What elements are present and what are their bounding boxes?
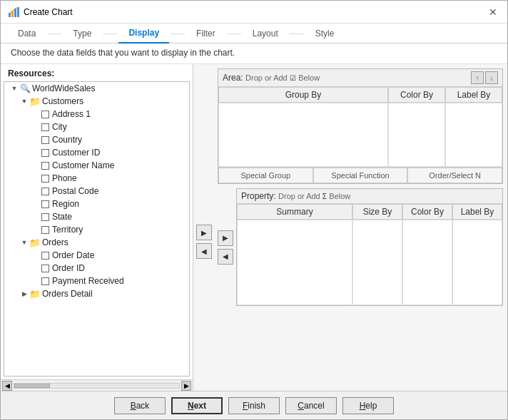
area-nav-up[interactable]: ↑ [471,71,484,84]
tree-node-territory[interactable]: Territory [7,223,186,236]
tree-node-region[interactable]: Region [7,198,186,210]
tree-node-country[interactable]: Country [7,133,186,146]
sub-tab-special-function[interactable]: Special Function [313,168,408,183]
right-section: ▶ ◀ Area: Drop or Add ☑ Below [193,64,507,391]
field-checkbox-city[interactable] [41,123,49,131]
close-button[interactable]: ✕ [486,5,500,19]
property-labelby-cell[interactable] [452,220,502,305]
prop-col-summary: Summary [237,204,352,220]
tab-filter[interactable]: Filter [186,24,225,43]
spacer [31,264,40,272]
tree-node-phone[interactable]: Phone [7,172,186,185]
horizontal-scrollbar[interactable]: ◀ ▶ [1,379,193,391]
tree-label-paymentreceived: Payment Received [52,276,124,286]
property-section: Property: Drop or Add Σ Below Summary Si… [236,188,503,306]
spacer [31,174,40,183]
spacer [31,277,40,285]
field-checkbox-paymentreceived[interactable] [41,277,49,285]
tree-node-customername[interactable]: Customer Name [7,159,186,172]
area-nav-down[interactable]: ↓ [485,71,498,84]
tree-node-customers[interactable]: ▼ 📁 Customers [7,95,186,108]
svg-rect-2 [14,9,16,17]
property-sizeby-cell[interactable] [352,220,402,305]
tab-data[interactable]: Data [8,24,46,43]
field-checkbox-address1[interactable] [41,111,49,118]
tree-node-orders[interactable]: ▼ 📁 Orders [7,236,186,249]
tree-node-postalcode[interactable]: Postal Code [7,185,186,198]
tree-label-region: Region [52,199,79,209]
property-colorby-cell[interactable] [402,220,452,305]
field-checkbox-region[interactable] [41,200,49,208]
tab-style[interactable]: Style [305,24,345,43]
tree-label-country: Country [52,135,82,145]
tree-node-orderdate[interactable]: Order Date [7,249,186,262]
tab-display[interactable]: Display [118,24,169,43]
tree-node-paymentreceived[interactable]: Payment Received [7,275,186,287]
tree-label-orderdate: Order Date [52,250,94,260]
area-section: Area: Drop or Add ☑ Below ↑ ↓ Group By [218,68,503,184]
finish-button[interactable]: Finish [228,397,280,414]
tab-layout[interactable]: Layout [243,24,288,43]
svg-rect-0 [9,13,11,17]
next-button[interactable]: Next [171,397,223,414]
main-content: Resources: ▼ 🔍 WorldWideSales ▼ 📁 Custom… [1,64,507,391]
area-grid-body [218,103,502,167]
area-colorby-cell[interactable] [388,103,445,167]
svg-rect-3 [17,7,19,17]
tab-type[interactable]: Type [63,24,101,43]
tree-root[interactable]: ▼ 🔍 WorldWideSales [7,82,186,95]
search-icon: 🔍 [20,83,30,93]
remove-property-button[interactable]: ◀ [218,249,233,265]
sub-tab-order-select[interactable]: Order/Select N [407,168,502,183]
spacer [31,200,40,208]
tree-container[interactable]: ▼ 🔍 WorldWideSales ▼ 📁 Customers Address… [4,81,190,377]
spacer [31,187,40,195]
field-checkbox-state[interactable] [41,213,49,221]
folder-icon: 📁 [30,289,40,299]
area-groupby-cell[interactable] [218,103,388,167]
tree-node-customerid[interactable]: Customer ID [7,146,186,159]
field-checkbox-orderdate[interactable] [41,252,49,260]
spacer [31,225,40,234]
field-checkbox-customername[interactable] [41,162,49,170]
cancel-button[interactable]: Cancel [285,397,337,414]
area-col-groupby: Group By [218,87,388,103]
tree-label-customername: Customer Name [52,160,114,170]
create-chart-dialog: Create Chart ✕ Data —— Type —— Display —… [0,0,508,420]
property-summary-cell[interactable] [237,220,352,305]
field-checkbox-country[interactable] [41,136,49,144]
scroll-right-btn[interactable]: ▶ [181,381,191,391]
field-checkbox-orderid[interactable] [41,265,49,272]
field-checkbox-territory[interactable] [41,226,49,234]
spacer [31,251,40,260]
add-property-button[interactable]: ▶ [218,230,233,246]
tree-label-territory: Territory [52,225,83,235]
field-checkbox-phone[interactable] [41,175,49,183]
area-header-text: Area: Drop or Add ☑ Below [223,73,320,83]
property-grid-header: Summary Size By Color By Label By [237,204,502,220]
title-bar: Create Chart ✕ [1,1,507,24]
scroll-left-btn[interactable]: ◀ [2,381,12,391]
expand-icon: ▼ [10,84,19,93]
tree-node-ordersdetail[interactable]: ▶ 📁 Orders Detail [7,287,186,300]
sub-tab-special-group[interactable]: Special Group [218,168,313,183]
tree-node-city[interactable]: City [7,121,186,133]
tree-label-address1: Address 1 [52,109,91,119]
help-button[interactable]: Help [342,397,394,414]
tree-node-orderid[interactable]: Order ID [7,262,186,275]
subtitle: Choose the data fields that you want to … [1,43,507,64]
area-labelby-cell[interactable] [445,103,502,167]
property-header: Property: Drop or Add Σ Below [237,189,502,204]
remove-field-button[interactable]: ◀ [196,243,212,259]
folder-icon: 📁 [30,96,40,106]
tree-node-state[interactable]: State [7,210,186,223]
area-grid-header: Group By Color By Label By [218,87,502,103]
back-button[interactable]: BBackack [114,397,166,414]
tabs-bar: Data —— Type —— Display —— Filter —— Lay… [1,24,507,43]
field-checkbox-customerid[interactable] [41,149,49,157]
field-checkbox-postalcode[interactable] [41,188,49,195]
expand-icon: ▼ [20,97,29,106]
tree-label-customers: Customers [42,96,83,106]
tree-node-address1[interactable]: Address 1 [7,108,186,121]
add-field-button[interactable]: ▶ [196,225,212,240]
